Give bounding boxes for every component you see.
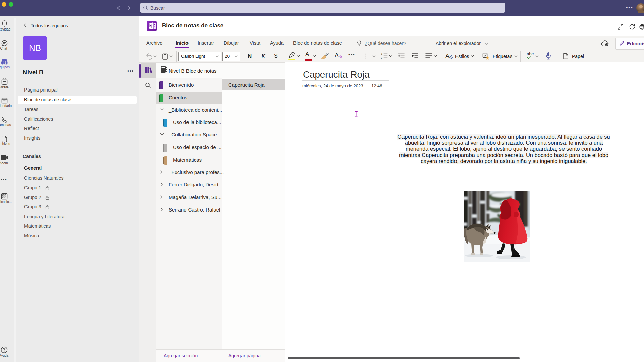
svg-text:2: 2 [381, 57, 382, 59]
svg-text:A: A [335, 52, 339, 59]
svg-text:A: A [445, 53, 449, 59]
svg-text:1: 1 [381, 53, 382, 55]
